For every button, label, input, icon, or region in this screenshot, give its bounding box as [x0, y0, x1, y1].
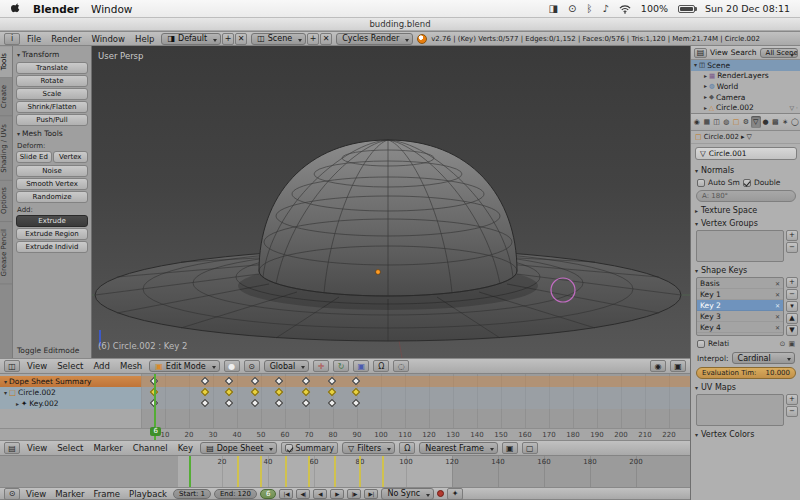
uvmap-remove-button[interactable]: −	[786, 406, 798, 417]
shape-key-3[interactable]: Key 3✕	[697, 311, 783, 322]
play-button[interactable]: ▶	[330, 489, 344, 499]
relative-checkbox[interactable]	[697, 340, 705, 348]
timeline-keyframe-line[interactable]	[382, 456, 384, 487]
summary-toggle[interactable]: Summary	[281, 442, 338, 454]
shape-key-1[interactable]: Key 1✕	[697, 289, 783, 300]
timeline-keyframe-line[interactable]	[308, 456, 310, 487]
snap-toggle-button[interactable]: Ω	[399, 442, 415, 454]
jump-to-end-button[interactable]: ▶|	[364, 489, 378, 499]
edit-mode-display-icon[interactable]: ▣	[788, 340, 795, 348]
vp-menu-add[interactable]: Add	[90, 361, 112, 371]
pivot-point-button[interactable]: ⊙	[244, 360, 260, 372]
close-icon[interactable]: ✕	[775, 291, 780, 298]
outliner-menu-view[interactable]: View	[710, 48, 728, 57]
menu-help[interactable]: Help	[132, 34, 157, 44]
smooth-vertex-button[interactable]: Smooth Vertex	[16, 178, 88, 190]
prev-keyframe-button[interactable]: ◀|	[296, 489, 310, 499]
bluetooth-icon[interactable]: ᛒ	[586, 4, 592, 14]
noise-button[interactable]: Noise	[16, 165, 88, 177]
tab-particles[interactable]: ∗	[780, 116, 790, 128]
extrude-region-button[interactable]: Extrude Region	[16, 228, 88, 240]
snap-toggle-button[interactable]: Ω	[373, 360, 389, 372]
mesh-data-icon[interactable]: ▽	[789, 104, 794, 111]
wifi-icon[interactable]	[619, 4, 631, 14]
channel-key-002[interactable]: ▸ ✦ Key.002	[0, 398, 141, 409]
dope-menu-key[interactable]: Key	[175, 443, 196, 453]
outliner-item-scene[interactable]: ▾ ◫ Scene	[691, 60, 800, 71]
pin-icon[interactable]: ⊙	[780, 340, 786, 348]
vp-menu-mesh[interactable]: Mesh	[117, 361, 145, 371]
active-vertex[interactable]	[376, 270, 381, 275]
filters-dropdown[interactable]: ▽Filters	[342, 442, 395, 454]
vgroup-add-button[interactable]: +	[786, 230, 798, 241]
vgroup-remove-button[interactable]: −	[786, 242, 798, 253]
interpolation-select[interactable]: Cardinal	[732, 352, 795, 364]
tab-physics[interactable]: ◯	[790, 116, 800, 128]
tab-material[interactable]: ●	[761, 116, 771, 128]
delete-scene-button[interactable]: ✕	[320, 33, 332, 45]
extrude-individual-button[interactable]: Extrude Individ	[16, 241, 88, 253]
translate-button[interactable]: Translate	[16, 62, 88, 74]
shape-key-4[interactable]: Key 4✕	[697, 322, 783, 333]
shelf-tab-shading-uvs[interactable]: Shading / UVs	[0, 117, 12, 181]
close-icon[interactable]: ✕	[775, 280, 780, 287]
edge-slide-button[interactable]: Slide Ed	[16, 151, 52, 163]
vp-menu-view[interactable]: View	[24, 361, 50, 371]
dope-menu-marker[interactable]: Marker	[90, 443, 125, 453]
operator-redo-panel[interactable]: Toggle Editmode	[17, 346, 79, 355]
add-scene-button[interactable]: +	[307, 33, 319, 45]
tab-object-data[interactable]: ▽	[751, 116, 761, 128]
paste-keyframes-button[interactable]: ▢	[522, 442, 538, 454]
manipulator-translate-button[interactable]: ✛	[313, 360, 329, 372]
randomize-button[interactable]: Randomize	[16, 191, 88, 203]
timeline-editor[interactable]: 20406080100120140160180200	[0, 456, 690, 487]
texture-space-panel-header[interactable]: ▸Texture Space	[691, 203, 800, 216]
screen-layout-select[interactable]: ◨Default	[161, 33, 221, 45]
shapekey-add-button[interactable]: +	[786, 277, 798, 288]
scale-button[interactable]: Scale	[16, 88, 88, 100]
next-keyframe-button[interactable]: |▶	[347, 489, 361, 499]
mesh-name-field[interactable]: ▽ Circle.001	[695, 147, 797, 160]
smooth-angle-slider[interactable]: A: 180°	[696, 190, 796, 202]
outliner-display-select[interactable]: All Scenes	[760, 48, 798, 58]
render-opengl-button[interactable]: ◉	[650, 360, 666, 372]
volume-icon[interactable]: ♪	[602, 4, 608, 14]
tl-menu-marker[interactable]: Marker	[52, 489, 87, 499]
channel-circle-002[interactable]: ▾ □ Circle.002	[0, 387, 141, 398]
outliner-menu-search[interactable]: Search	[731, 48, 757, 57]
timeline-keyframe-line[interactable]	[334, 456, 336, 487]
current-frame-field[interactable]: 6	[260, 489, 276, 499]
timeline-current-frame-line[interactable]	[189, 456, 191, 487]
dope-menu-view[interactable]: View	[24, 443, 50, 453]
time-machine-icon[interactable]: ⊙	[568, 4, 576, 14]
snap-mode-select[interactable]: Nearest Frame	[419, 442, 498, 454]
viewport-editor-type-button[interactable]: ◫	[4, 360, 20, 372]
display-icon[interactable]: ◨	[549, 4, 558, 14]
keying-set-button[interactable]: ✦	[447, 488, 463, 500]
dope-sheet-ruler[interactable]: 1020304050607080901001101201301401501601…	[0, 428, 690, 440]
shape-key-basis[interactable]: Basis✕	[697, 278, 783, 289]
timeline-keyframe-line[interactable]	[359, 456, 361, 487]
vertex-groups-list[interactable]	[696, 230, 784, 262]
vertex-slide-button[interactable]: Vertex	[53, 151, 89, 163]
outliner-item-renderlayers[interactable]: ▸ ▦ RenderLayers	[691, 71, 800, 82]
editor-type-button[interactable]: i	[4, 33, 20, 45]
shape-keys-panel-header[interactable]: ▾Shape Keys	[691, 263, 800, 276]
menu-file[interactable]: File	[24, 34, 44, 44]
timeline-keyframe-line[interactable]	[260, 456, 262, 487]
shapekey-specials-button[interactable]: ▾	[786, 301, 798, 312]
menubar-clock[interactable]: Sun 20 Dec 08:11	[705, 3, 790, 14]
tab-world[interactable]: ◍	[721, 116, 731, 128]
expand-icon[interactable]: ▸	[704, 105, 707, 111]
end-frame-field[interactable]: End:120	[214, 489, 257, 499]
viewport-3d[interactable]: User Persp (6) Circle.002 : Key 2 Tools …	[0, 46, 690, 358]
normals-panel-header[interactable]: ▾Normals	[691, 163, 800, 176]
mesh-dome[interactable]	[259, 140, 517, 296]
timeline-keyframe-line[interactable]	[285, 456, 287, 487]
tab-render-layers[interactable]: ▦	[702, 116, 712, 128]
shapekey-remove-button[interactable]: −	[786, 289, 798, 300]
auto-keyframe-record-button[interactable]	[437, 490, 444, 497]
menu-render[interactable]: Render	[48, 34, 84, 44]
tab-render[interactable]: ◉	[692, 116, 702, 128]
app-menu-window[interactable]: Window	[91, 3, 132, 15]
